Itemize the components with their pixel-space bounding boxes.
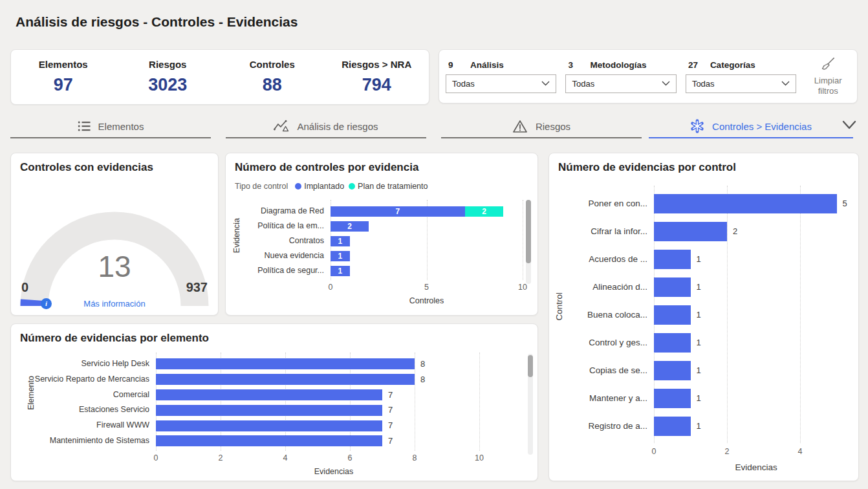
bar[interactable] — [654, 250, 691, 269]
x-tick-label: 4 — [786, 447, 814, 456]
x-tick-label: 0 — [640, 447, 668, 456]
filter-group-análisis: 9AnálisisTodas — [446, 60, 556, 93]
x-axis-title: Controles — [375, 296, 479, 305]
category-label: Contratos — [230, 234, 324, 248]
kpi-value: 3023 — [116, 75, 221, 95]
category-label: Cifrar la infor... — [553, 217, 647, 245]
page-title: Análisis de riesgos - Controles - Eviden… — [16, 14, 298, 30]
category-label: Mantener y a... — [553, 384, 647, 412]
asterisk-icon — [690, 119, 704, 133]
filter-dropdown[interactable]: Todas — [686, 74, 796, 93]
kpi-label: Riesgos > NRA — [325, 59, 429, 70]
bar[interactable]: 7 — [331, 206, 465, 217]
bar-value-label: 1 — [697, 273, 701, 301]
clear-filters-label: Limpiar — [805, 76, 851, 86]
category-label: Copias de se... — [553, 356, 647, 384]
filter-header: 9Análisis — [448, 60, 556, 70]
bar[interactable]: 2 — [331, 221, 369, 232]
kpi-item: Controles88 — [220, 59, 325, 95]
bar[interactable] — [654, 389, 691, 408]
bar-value-label: 7 — [388, 387, 393, 403]
bar-value-label: 1 — [697, 329, 701, 356]
bar-value-label: 7 — [331, 206, 465, 217]
chart-card-controles-por-evidencia: Número de controles por evidencia Tipo d… — [225, 153, 538, 316]
clear-filters-label: filtros — [805, 86, 851, 96]
y-axis-title: Elemento — [27, 376, 36, 410]
bar[interactable] — [654, 417, 691, 436]
filter-dropdown[interactable]: Todas — [565, 74, 676, 93]
dropdown-value: Todas — [692, 79, 715, 89]
kpi-item: Riesgos > NRA794 — [325, 59, 429, 95]
bar-value-label: 2 — [331, 221, 369, 232]
category-label: Control y ges... — [553, 329, 647, 356]
gauge-card-controles-con-evidencias: Controles con evidencias 13 0 937 i Más … — [10, 153, 219, 316]
gauge-min-label: 0 — [21, 280, 28, 295]
filter-label: Categorías — [710, 60, 755, 70]
tab-an-lisis-de-riesgos[interactable]: Análisis de riesgos — [226, 115, 426, 138]
x-tick-label: 2 — [206, 453, 235, 462]
chevron-down-icon — [781, 81, 790, 86]
category-label: Política de la em... — [230, 219, 324, 234]
bar-value-label: 7 — [388, 402, 393, 418]
bar[interactable] — [156, 420, 382, 431]
kpi-label: Riesgos — [116, 59, 221, 70]
kpi-value: 97 — [11, 75, 116, 95]
bar[interactable] — [156, 374, 415, 385]
bar[interactable] — [654, 222, 727, 241]
more-info-link[interactable]: Más información — [11, 299, 218, 309]
bar[interactable] — [156, 435, 382, 446]
bar-value-label: 8 — [420, 356, 425, 372]
scrollbar-thumb[interactable] — [528, 355, 533, 377]
bar[interactable]: 2 — [465, 206, 503, 217]
clear-filters-button[interactable]: Limpiarfiltros — [805, 57, 851, 96]
chart-plot: 024Poner en con...5Cifrar la infor...2Ac… — [549, 153, 858, 481]
tab-label: Elementos — [98, 121, 144, 132]
category-label: Política de segur... — [230, 263, 324, 278]
tab-controles-evidencias[interactable]: Controles > Evidencias — [649, 115, 853, 138]
bar[interactable] — [654, 361, 691, 380]
bar[interactable] — [654, 194, 837, 213]
filter-label: Metodologías — [590, 60, 646, 70]
filter-header: 27Categorías — [688, 60, 796, 70]
bar[interactable] — [654, 305, 691, 325]
gridline — [523, 200, 523, 280]
tab-elementos[interactable]: Elementos — [10, 115, 211, 138]
kpi-item: Riesgos3023 — [116, 59, 221, 95]
bar[interactable]: 1 — [331, 266, 350, 276]
dropdown-value: Todas — [452, 79, 475, 89]
kpi-item: Elementos97 — [11, 59, 116, 95]
gauge-value: 13 — [11, 249, 218, 284]
tab-bar: ElementosAnálisis de riesgosRiesgosContr… — [10, 115, 858, 141]
filter-count: 9 — [448, 60, 470, 70]
category-label: Firewall WWW — [15, 418, 149, 433]
tab-riesgos[interactable]: Riesgos — [441, 115, 642, 138]
gridline — [479, 353, 480, 451]
x-tick-label: 2 — [713, 447, 741, 456]
bar[interactable] — [156, 405, 382, 416]
category-label: Alineación d... — [553, 273, 647, 301]
bar[interactable]: 1 — [331, 251, 350, 261]
y-axis-title: Control — [554, 292, 564, 321]
x-tick-label: 0 — [316, 283, 345, 292]
risk-analysis-icon — [274, 120, 289, 133]
filter-dropdown[interactable]: Todas — [446, 74, 556, 93]
kpi-value: 794 — [325, 75, 429, 95]
x-tick-label: 4 — [271, 453, 299, 462]
chart-card-evidencias-por-control: Número de evidencias por control 024Pone… — [548, 153, 859, 481]
gridline — [727, 186, 728, 443]
bar[interactable] — [156, 389, 382, 400]
bar[interactable] — [654, 277, 691, 297]
bar-value-label: 1 — [697, 245, 701, 273]
bar[interactable] — [156, 358, 415, 369]
bar-value-label: 1 — [331, 236, 350, 246]
category-label: Poner en con... — [553, 190, 647, 217]
kpi-value: 88 — [220, 75, 325, 95]
x-tick-label: 10 — [508, 283, 537, 292]
bar[interactable]: 1 — [331, 236, 350, 246]
scrollbar-thumb[interactable] — [526, 200, 531, 263]
filter-label: Análisis — [470, 60, 504, 70]
kpi-card: Elementos97Riesgos3023Controles88Riesgos… — [10, 49, 429, 105]
bar[interactable] — [654, 333, 691, 353]
bar-value-label: 1 — [697, 356, 701, 384]
bar-value-label: 2 — [733, 217, 737, 245]
